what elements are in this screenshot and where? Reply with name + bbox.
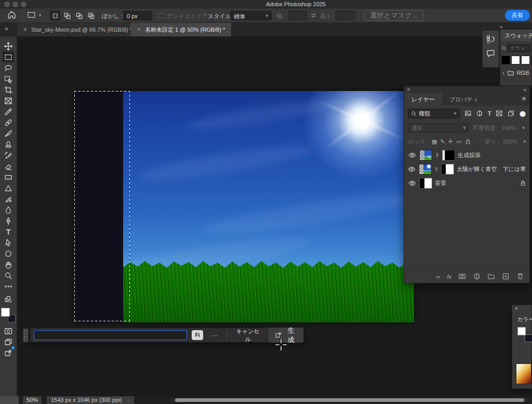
swatch-black[interactable] <box>501 56 510 64</box>
cancel-button[interactable]: キャンセル <box>232 327 264 344</box>
style-select[interactable]: 標準▾ <box>230 11 272 20</box>
zoom-tool[interactable] <box>3 270 14 281</box>
history-panel-button[interactable] <box>486 35 495 44</box>
mixer-brush-tool[interactable] <box>3 193 14 204</box>
filter-adjustment-layers-icon[interactable] <box>476 110 483 117</box>
layer-name[interactable]: 生成拡張 <box>458 151 481 159</box>
delete-layer-icon[interactable] <box>516 272 524 280</box>
comments-panel-button[interactable] <box>486 49 495 58</box>
filter-shape-layers-icon[interactable] <box>496 110 503 117</box>
generative-fill-prompt-input[interactable] <box>34 330 187 340</box>
lock-all-icon[interactable] <box>464 138 471 145</box>
layer-row-generative-expand[interactable]: ⇱ 生成拡張 <box>404 148 529 162</box>
blend-mode-select[interactable]: 通常▾ <box>408 123 469 133</box>
layer-thumbnail[interactable]: ⇱ <box>419 150 432 161</box>
taskbar-drag-handle[interactable] <box>23 329 29 342</box>
tab-layers[interactable]: レイヤー <box>404 93 442 106</box>
hand-tool[interactable] <box>3 259 14 270</box>
foreground-color-swatch[interactable] <box>1 308 10 317</box>
close-window-button[interactable] <box>4 2 10 7</box>
spot-healing-brush-tool[interactable] <box>3 117 14 128</box>
layer-thumbnail[interactable] <box>419 164 432 175</box>
swatch-white[interactable] <box>511 56 520 64</box>
zoom-level-field[interactable]: 50% <box>23 396 42 404</box>
new-group-icon[interactable] <box>487 272 495 280</box>
share-button[interactable]: 共有 <box>505 10 530 21</box>
select-and-mask-button[interactable]: 選択とマスク... <box>364 10 423 21</box>
mask-link-icon[interactable] <box>435 151 440 159</box>
object-selection-tool[interactable] <box>3 73 14 84</box>
add-selection-mode-button[interactable] <box>62 10 72 21</box>
brush-tool[interactable] <box>3 128 14 139</box>
document-tab-star-sky[interactable]: × Star_sky-Moon.psd @ 66.7% (RGB/8) * <box>17 23 139 36</box>
path-selection-tool[interactable] <box>3 237 14 248</box>
new-selection-mode-button[interactable] <box>50 10 60 21</box>
close-tab-icon[interactable]: × <box>23 26 27 33</box>
swap-width-height-button[interactable] <box>310 11 317 19</box>
generate-button[interactable]: 生成 <box>269 328 303 343</box>
mask-link-icon[interactable] <box>434 165 438 173</box>
move-tool[interactable] <box>3 41 14 51</box>
crop-tool[interactable] <box>3 84 14 95</box>
feather-input[interactable]: 0 px <box>123 11 152 20</box>
home-button[interactable] <box>7 10 16 19</box>
add-layer-mask-icon[interactable] <box>458 272 466 280</box>
background-color-swatch[interactable] <box>525 334 532 342</box>
quick-mask-button[interactable] <box>3 325 14 336</box>
swatch-group-row[interactable]: › RGB <box>502 69 531 76</box>
lock-pixels-icon[interactable]: ✎ <box>440 138 445 145</box>
collapse-panel-icon[interactable]: « <box>523 86 526 93</box>
eraser-tool[interactable] <box>3 161 14 172</box>
fill-value[interactable]: 100% <box>502 138 517 145</box>
history-brush-tool[interactable] <box>3 150 14 161</box>
filter-pixel-layers-icon[interactable] <box>464 110 472 117</box>
link-layers-icon[interactable]: ∞ <box>436 273 441 280</box>
blur-tool[interactable] <box>3 204 14 215</box>
opacity-value[interactable]: 100% <box>501 125 516 131</box>
edit-toolbar-button[interactable] <box>3 281 14 292</box>
layer-visibility-toggle[interactable] <box>407 165 416 173</box>
filter-type-layers-icon[interactable]: T <box>488 110 491 116</box>
layer-name[interactable]: 背景 <box>435 179 446 187</box>
layer-row-background[interactable]: 背景 <box>404 176 529 190</box>
more-options-button[interactable]: ··· <box>208 331 222 340</box>
layer-effects-icon[interactable]: fx <box>447 273 451 280</box>
shape-tool[interactable] <box>3 183 14 193</box>
default-colors-button[interactable] <box>3 294 14 305</box>
new-layer-icon[interactable] <box>502 272 510 280</box>
close-panel-icon[interactable]: × <box>407 86 410 93</box>
swatches-search-input[interactable] <box>508 44 530 52</box>
lock-transparency-icon[interactable]: ▦ <box>432 138 437 145</box>
layer-mask-thumbnail[interactable] <box>442 150 455 161</box>
disclosure-arrow-icon[interactable]: › <box>502 70 504 76</box>
document-info-field[interactable]: 1543 px x 1046 px (300 ppi) › <box>47 396 134 404</box>
height-input[interactable] <box>336 11 354 20</box>
eyedropper-tool[interactable] <box>3 106 14 117</box>
status-chevron-icon[interactable]: › <box>128 396 130 404</box>
foreground-color-swatch[interactable] <box>517 327 526 335</box>
minimize-window-button[interactable] <box>12 2 18 7</box>
ellipse-tool[interactable] <box>3 248 14 259</box>
lock-position-icon[interactable]: ✛ <box>448 138 453 145</box>
expand-tabs-chevron[interactable]: » <box>5 25 8 32</box>
filter-pin-toggle[interactable]: ⬤ <box>520 110 526 117</box>
panel-menu-icon[interactable]: ≡ <box>522 95 526 102</box>
frame-tool[interactable] <box>3 95 14 106</box>
layer-filter-select[interactable]: 種類 ▾ <box>408 109 460 119</box>
layer-visibility-toggle[interactable] <box>407 179 417 187</box>
document-canvas[interactable] <box>74 91 414 322</box>
intersect-selection-mode-button[interactable] <box>86 10 96 21</box>
layer-mask-thumbnail[interactable] <box>441 164 454 175</box>
zoom-window-button[interactable] <box>21 2 26 7</box>
close-panel-icon[interactable]: × <box>515 306 518 311</box>
tool-preset-dropdown[interactable]: ▾ <box>27 10 42 19</box>
subtract-selection-mode-button[interactable] <box>74 10 84 21</box>
scrollbar-thumb[interactable] <box>175 398 524 402</box>
type-tool[interactable]: T <box>3 226 14 237</box>
close-tab-icon[interactable]: × <box>137 26 141 33</box>
clone-stamp-tool[interactable] <box>3 139 14 150</box>
layer-thumbnail[interactable] <box>419 178 432 189</box>
new-adjustment-layer-icon[interactable] <box>473 272 481 280</box>
antialias-checkbox[interactable] <box>158 13 164 18</box>
document-tab-untitled[interactable]: × 名称未設定 1 @ 50% (RGB/8) * <box>131 23 232 36</box>
